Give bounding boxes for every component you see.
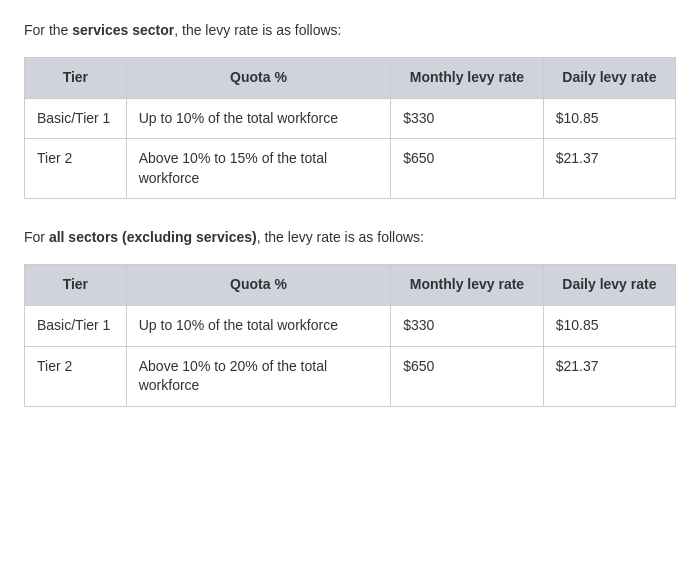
section2-header-tier: Tier <box>25 265 127 306</box>
cell-quota: Up to 10% of the total workforce <box>126 98 390 139</box>
section1-intro-after: , the levy rate is as follows: <box>174 22 341 38</box>
cell-daily: $10.85 <box>543 305 675 346</box>
cell-daily: $10.85 <box>543 98 675 139</box>
section2-table: Tier Quota % Monthly levy rate Daily lev… <box>24 264 676 406</box>
section2-intro: For all sectors (excluding services), th… <box>24 227 676 248</box>
cell-tier: Basic/Tier 1 <box>25 98 127 139</box>
section1-intro-before: For the <box>24 22 72 38</box>
section2-intro-before: For <box>24 229 49 245</box>
section2-header-daily: Daily levy rate <box>543 265 675 306</box>
section1-table: Tier Quota % Monthly levy rate Daily lev… <box>24 57 676 199</box>
cell-tier: Tier 2 <box>25 346 127 406</box>
cell-monthly: $650 <box>391 139 544 199</box>
section2-intro-after: , the levy rate is as follows: <box>257 229 424 245</box>
section2-header-monthly: Monthly levy rate <box>391 265 544 306</box>
section2-header-quota: Quota % <box>126 265 390 306</box>
cell-quota: Above 10% to 20% of the total workforce <box>126 346 390 406</box>
section1-bold: services sector <box>72 22 174 38</box>
table-row: Basic/Tier 1 Up to 10% of the total work… <box>25 305 676 346</box>
cell-quota: Up to 10% of the total workforce <box>126 305 390 346</box>
cell-monthly: $650 <box>391 346 544 406</box>
table-row: Tier 2 Above 10% to 15% of the total wor… <box>25 139 676 199</box>
table-row: Basic/Tier 1 Up to 10% of the total work… <box>25 98 676 139</box>
section2-bold: all sectors (excluding services) <box>49 229 257 245</box>
cell-daily: $21.37 <box>543 139 675 199</box>
section1-header-monthly: Monthly levy rate <box>391 58 544 99</box>
table-row: Tier 2 Above 10% to 20% of the total wor… <box>25 346 676 406</box>
section1-header-daily: Daily levy rate <box>543 58 675 99</box>
section1-intro: For the services sector, the levy rate i… <box>24 20 676 41</box>
cell-quota: Above 10% to 15% of the total workforce <box>126 139 390 199</box>
section1-header-tier: Tier <box>25 58 127 99</box>
cell-tier: Basic/Tier 1 <box>25 305 127 346</box>
cell-tier: Tier 2 <box>25 139 127 199</box>
cell-daily: $21.37 <box>543 346 675 406</box>
cell-monthly: $330 <box>391 98 544 139</box>
cell-monthly: $330 <box>391 305 544 346</box>
section1-header-quota: Quota % <box>126 58 390 99</box>
